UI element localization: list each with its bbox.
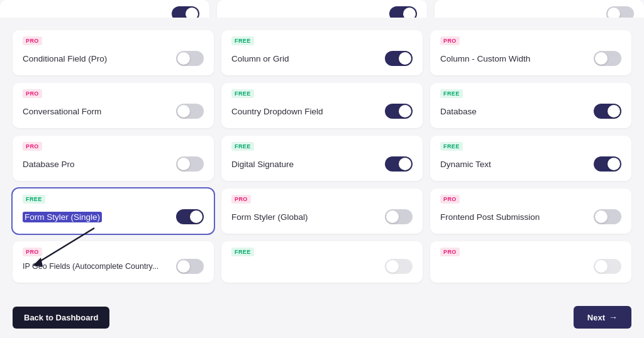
badge-pro: PRO <box>440 36 460 45</box>
badge-pro: PRO <box>440 248 460 256</box>
toggle-form-styler-single[interactable] <box>176 209 204 224</box>
toggle-conversational-form[interactable] <box>176 104 204 119</box>
toggle-digital-signature[interactable] <box>385 156 413 172</box>
card-bottom-2: FREE <box>221 241 423 283</box>
card-label: Form Styler (Single) <box>23 212 176 222</box>
label-highlighted: Form Styler (Single) <box>23 212 102 222</box>
badge-free: FREE <box>231 89 254 98</box>
toggle-frontend-post[interactable] <box>594 209 621 224</box>
toggle-column-or-grid[interactable] <box>385 51 413 66</box>
badge-pro: PRO <box>23 89 42 98</box>
toggle-ip-geo[interactable] <box>176 259 204 274</box>
card-database-pro: PRO Database Pro <box>13 136 214 181</box>
card-label: Frontend Post Submission <box>440 212 594 222</box>
badge-free: FREE <box>23 195 45 204</box>
badge-pro: PRO <box>23 36 42 45</box>
card-label: Conversational Form <box>23 107 176 116</box>
card-country-dropdown: FREE Country Dropdown Field <box>221 83 423 128</box>
badge-pro: PRO <box>23 248 42 256</box>
badge-free: FREE <box>231 142 254 151</box>
grid-area: PRO Conditional Field (Pro) FREE Column … <box>0 24 644 283</box>
toggle-dynamic-text[interactable] <box>594 156 621 172</box>
card-dynamic-text: FREE Dynamic Text <box>430 136 631 181</box>
top-toggle-2[interactable] <box>389 6 417 18</box>
card-label: Form Styler (Global) <box>231 212 385 222</box>
card-column-or-grid: FREE Column or Grid <box>221 30 423 75</box>
card-label: Database <box>440 107 594 116</box>
badge-free: FREE <box>231 36 254 45</box>
toggle-column-custom-width[interactable] <box>594 51 621 66</box>
card-label: Digital Signature <box>231 160 385 169</box>
badge-free: FREE <box>440 142 463 151</box>
card-label: Database Pro <box>23 160 176 169</box>
badge-free: FREE <box>440 89 463 98</box>
top-partial-row <box>0 0 644 18</box>
card-frontend-post: PRO Frontend Post Submission <box>430 188 631 234</box>
card-label: IP Geo Fields (Autocomplete Country... <box>23 262 176 271</box>
card-label: Dynamic Text <box>440 160 594 169</box>
card-column-custom-width: PRO Column - Custom Width <box>430 30 631 75</box>
top-partial-card-1 <box>0 0 209 18</box>
top-partial-card-3 <box>435 0 644 18</box>
footer: Back to Dashboard Next → <box>0 297 644 338</box>
next-arrow-icon: → <box>609 312 618 322</box>
badge-pro: PRO <box>23 142 42 151</box>
card-label: Country Dropdown Field <box>231 107 385 116</box>
toggle-conditional-field[interactable] <box>176 51 204 66</box>
back-to-dashboard-button[interactable]: Back to Dashboard <box>13 307 109 329</box>
cards-grid: PRO Conditional Field (Pro) FREE Column … <box>13 30 631 283</box>
card-form-styler-global: PRO Form Styler (Global) <box>221 188 423 234</box>
page-wrapper: PRO Conditional Field (Pro) FREE Column … <box>0 0 644 338</box>
badge-pro: PRO <box>440 195 460 204</box>
top-toggle-3[interactable] <box>606 6 634 18</box>
card-label: Column - Custom Width <box>440 54 594 63</box>
next-label: Next <box>587 313 605 322</box>
card-label: Column or Grid <box>231 54 385 63</box>
toggle-bottom-2[interactable] <box>385 259 413 274</box>
toggle-form-styler-global[interactable] <box>385 209 413 224</box>
toggle-database-pro[interactable] <box>176 156 204 172</box>
card-label: Conditional Field (Pro) <box>23 54 176 63</box>
badge-free: FREE <box>231 248 254 256</box>
top-partial-card-2 <box>217 0 426 18</box>
card-ip-geo: PRO IP Geo Fields (Autocomplete Country.… <box>13 241 214 283</box>
toggle-bottom-3[interactable] <box>594 259 621 274</box>
badge-pro: PRO <box>231 195 251 204</box>
top-toggle-1[interactable] <box>172 6 199 18</box>
card-conversational-form: PRO Conversational Form <box>13 83 214 128</box>
card-database: FREE Database <box>430 83 631 128</box>
toggle-database[interactable] <box>594 104 621 119</box>
toggle-country-dropdown[interactable] <box>385 104 413 119</box>
next-button[interactable]: Next → <box>574 306 631 329</box>
card-digital-signature: FREE Digital Signature <box>221 136 423 181</box>
card-bottom-3: PRO <box>430 241 631 283</box>
card-conditional-field: PRO Conditional Field (Pro) <box>13 30 214 75</box>
card-form-styler-single: FREE Form Styler (Single) <box>13 188 214 234</box>
